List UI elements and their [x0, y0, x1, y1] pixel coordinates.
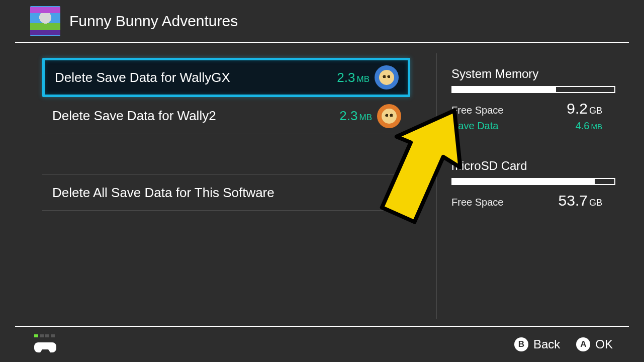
b-button-icon: B	[514, 337, 528, 351]
sd-card-title: microSD Card	[451, 159, 602, 173]
controller-icon	[34, 340, 56, 354]
sd-card-bar-fill	[452, 179, 595, 184]
save-row-size: 2.3MB	[339, 108, 372, 124]
game-icon	[30, 6, 60, 36]
back-button[interactable]: B Back	[514, 337, 560, 351]
back-button-label: Back	[533, 337, 560, 351]
save-row-wallygx[interactable]: Delete Save Data for WallyGX 2.3MB	[42, 58, 410, 97]
a-button-icon: A	[576, 337, 590, 351]
system-memory-bar	[451, 86, 615, 93]
footer: B Back A OK	[15, 326, 629, 362]
system-memory-bar-fill	[452, 87, 556, 92]
save-row-wally2[interactable]: Delete Save Data for Wally2 2.3MB	[42, 98, 410, 134]
delete-all-label: Delete All Save Data for This Software	[52, 185, 401, 201]
header: Funny Bunny Adventures	[15, 0, 629, 43]
save-row-label: Delete Save Data for Wally2	[52, 108, 339, 124]
player-indicator	[34, 334, 56, 354]
sd-card-bar	[451, 178, 615, 185]
system-free-label: Free Space	[451, 105, 503, 116]
system-memory-title: System Memory	[451, 67, 602, 81]
page-title: Funny Bunny Adventures	[69, 13, 238, 30]
user-avatar-icon	[375, 65, 399, 89]
user-avatar-icon	[377, 104, 401, 128]
system-savedata-label: Save Data	[451, 120, 498, 132]
spacer	[42, 134, 410, 174]
sd-free-row: Free Space 53.7GB	[451, 192, 602, 209]
sd-card-block: microSD Card Free Space 53.7GB	[436, 150, 617, 227]
save-row-label: Delete Save Data for WallyGX	[55, 70, 337, 85]
sd-free-label: Free Space	[451, 197, 503, 208]
system-savedata-row: Save Data 4.6MB	[451, 120, 602, 132]
ok-button-label: OK	[595, 337, 613, 351]
ok-button[interactable]: A OK	[576, 337, 613, 351]
storage-sidebar: System Memory Free Space 9.2GB Save Data…	[436, 58, 617, 227]
system-free-value: 9.2GB	[567, 100, 602, 117]
system-memory-block: System Memory Free Space 9.2GB Save Data…	[436, 58, 617, 150]
save-data-list: Delete Save Data for WallyGX 2.3MB Delet…	[42, 58, 410, 211]
save-row-size: 2.3MB	[337, 70, 370, 85]
system-savedata-value: 4.6MB	[576, 120, 602, 132]
system-free-row: Free Space 9.2GB	[451, 100, 602, 117]
delete-all-row[interactable]: Delete All Save Data for This Software	[42, 174, 410, 211]
sd-free-value: 53.7GB	[559, 192, 602, 209]
